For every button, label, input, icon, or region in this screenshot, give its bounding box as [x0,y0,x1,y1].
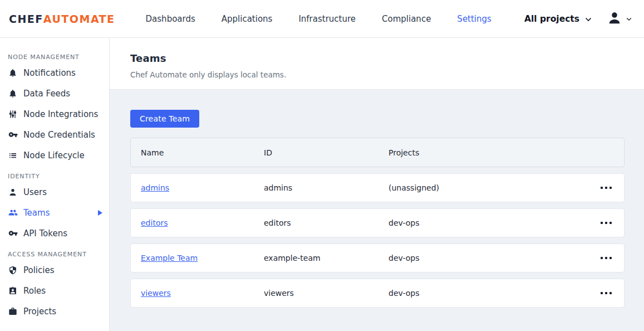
team-id: editors [264,218,389,227]
sidebar-item-node-lifecycle[interactable]: Node Lifecycle [0,145,109,166]
team-projects: dev-ops [389,254,588,262]
team-projects: dev-ops [389,289,588,298]
team-projects: dev-ops [389,218,588,227]
sidebar-item-roles[interactable]: Roles [0,280,109,301]
top-navigation-bar: CHEFAUTOMATE Dashboards Applications Inf… [0,0,644,38]
teams-icon [8,208,18,218]
primary-nav: Dashboards Applications Infrastructure C… [146,14,491,24]
sidebar-item-label: Node Integrations [23,109,98,119]
sidebar-item-teams[interactable]: Teams [0,202,109,223]
topbar-right: All projects [524,11,632,27]
nav-dashboards[interactable]: Dashboards [146,14,195,24]
team-name-link[interactable]: Example Team [141,254,198,262]
nav-applications[interactable]: Applications [222,14,273,24]
table-row: admins admins (unassigned) [130,173,625,202]
teams-table: Name ID Projects admins admins (unassign… [130,138,625,308]
ellipsis-icon[interactable] [601,286,624,300]
sidebar-item-label: Node Lifecycle [23,150,85,160]
sidebar-item-users[interactable]: Users [0,182,109,202]
sliders-icon [8,109,18,119]
projects-filter-label: All projects [524,14,579,24]
team-name-link[interactable]: admins [141,183,169,192]
nav-infrastructure[interactable]: Infrastructure [298,14,356,24]
chevron-down-icon [585,14,592,24]
column-header-projects: Projects [389,148,588,157]
sidebar-item-label: Notifications [23,68,76,78]
team-name-link[interactable]: editors [141,218,168,227]
table-row: viewers viewers dev-ops [130,279,625,308]
sidebar-section-identity: IDENTITY [8,173,109,180]
page-body: Create Team Name ID Projects admins admi… [110,90,644,331]
sidebar-item-label: Teams [23,208,50,218]
sidebar-item-policies[interactable]: Policies [0,260,109,280]
triangle-right-icon [98,210,102,216]
bell-icon [8,68,18,78]
sidebar-item-label: Node Credentials [23,130,95,140]
user-menu-button[interactable] [607,11,632,27]
team-id: viewers [264,289,389,298]
bell-icon [8,89,18,99]
sidebar-item-label: Data Feeds [23,89,70,99]
sidebar-item-data-feeds[interactable]: Data Feeds [0,83,109,104]
chef-automate-logo[interactable]: CHEFAUTOMATE [9,13,115,25]
logo-chef-text: CHEF [9,13,43,25]
ellipsis-icon[interactable] [601,251,624,265]
shield-icon [8,265,18,275]
ellipsis-icon[interactable] [601,216,624,230]
sidebar-item-api-tokens[interactable]: API Tokens [0,223,109,244]
table-header-row: Name ID Projects [130,138,625,167]
sidebar-item-label: Projects [23,306,56,317]
sidebar-item-label: Users [23,187,47,197]
column-header-name: Name [131,148,264,157]
ellipsis-icon[interactable] [601,181,624,194]
table-row: editors editors dev-ops [130,208,625,237]
badge-icon [8,286,18,296]
sidebar-section-node-management: NODE MANAGEMENT [8,53,109,61]
create-team-button[interactable]: Create Team [130,110,199,128]
sidebar-item-node-credentials[interactable]: Node Credentials [0,124,109,145]
nav-compliance[interactable]: Compliance [382,14,431,24]
projects-filter-dropdown[interactable]: All projects [524,14,592,24]
list-icon [8,150,18,160]
team-name-link[interactable]: viewers [141,289,171,298]
key-icon [8,130,18,140]
page-title: Teams [130,52,644,64]
page-header: Teams Chef Automate only displays local … [110,38,644,90]
team-id: example-team [264,254,389,262]
sidebar-item-node-integrations[interactable]: Node Integrations [0,104,109,124]
sidebar-section-access-management: ACCESS MANAGEMENT [8,251,109,258]
person-icon [8,187,18,197]
sidebar-item-label: Policies [23,265,54,275]
sidebar-item-projects[interactable]: Projects [0,301,109,322]
person-icon [607,11,622,27]
table-row: Example Team example-team dev-ops [130,244,625,272]
page-subtitle: Chef Automate only displays local teams. [130,70,644,79]
team-projects: (unassigned) [389,183,588,192]
sidebar-item-notifications[interactable]: Notifications [0,62,109,83]
logo-automate-text: AUTOMATE [43,13,115,25]
settings-sidebar: NODE MANAGEMENT Notifications Data Feeds… [0,38,110,331]
chevron-down-icon [626,14,632,23]
column-header-id: ID [264,148,389,157]
sidebar-item-label: API Tokens [23,228,67,238]
key-icon [8,228,18,238]
nav-settings[interactable]: Settings [457,14,491,24]
sidebar-item-label: Roles [23,286,46,296]
briefcase-icon [8,306,18,317]
team-id: admins [264,183,389,192]
main-content: Teams Chef Automate only displays local … [110,38,644,331]
